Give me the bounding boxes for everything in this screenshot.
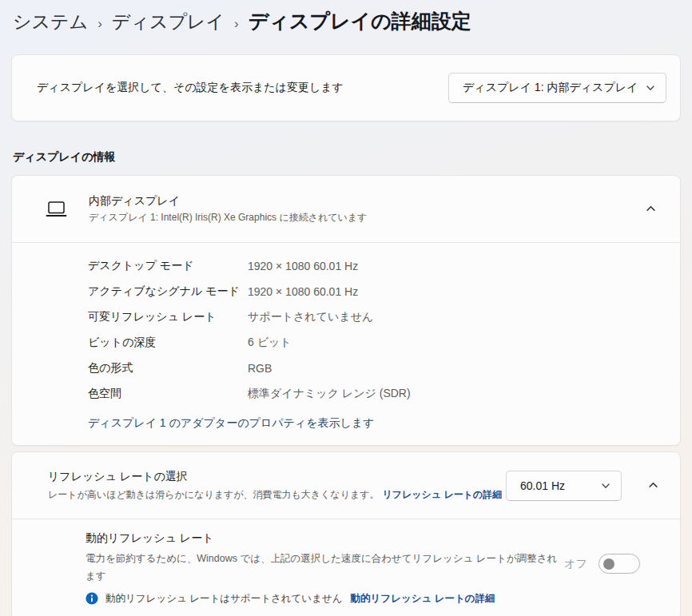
breadcrumb-separator-icon: › <box>97 16 102 32</box>
dynamic-refresh-texts: 動的リフレッシュ レート 電力を節約するために、Windows では、上記の選択… <box>86 531 564 606</box>
detail-label: ビットの深度 <box>88 336 248 350</box>
adapter-properties-link[interactable]: ディスプレイ 1 のアダプターのプロパティを表示します <box>88 416 374 431</box>
display-select-dropdown-value: ディスプレイ 1: 内部ディスプレイ <box>463 81 638 95</box>
chevron-up-icon <box>648 480 658 491</box>
refresh-rate-header: リフレッシュ レートの選択 レートが高いほど動きは滑らかになりますが、消費電力も… <box>12 452 680 519</box>
refresh-rate-controls: 60.01 Hz <box>506 471 666 501</box>
dynamic-refresh-row: 動的リフレッシュ レート 電力を節約するために、Windows では、上記の選択… <box>12 519 680 616</box>
table-row: ビットの深度 6 ビット <box>88 330 656 356</box>
detail-value: 6 ビット <box>248 336 292 350</box>
detail-label: 色空間 <box>88 387 248 401</box>
advanced-display-settings-page: システム › ディスプレイ › ディスプレイの詳細設定 ディスプレイを選択して、… <box>0 0 692 616</box>
detail-label: デスクトップ モード <box>88 259 248 273</box>
display-info-section-title: ディスプレイの情報 <box>13 150 681 165</box>
detail-label: 色の形式 <box>88 361 248 376</box>
breadcrumb: システム › ディスプレイ › ディスプレイの詳細設定 <box>11 8 681 34</box>
dynamic-refresh-toggle-group: オフ <box>564 554 640 574</box>
detail-value: 標準ダイナミック レンジ (SDR) <box>248 387 411 401</box>
dynamic-refresh-learn-more-link[interactable]: 動的リフレッシュ レートの詳細 <box>351 592 495 606</box>
table-row: 可変リフレッシュ レート サポートされていません <box>88 304 656 330</box>
refresh-rate-dropdown-value: 60.01 Hz <box>520 479 565 492</box>
chevron-up-icon <box>646 204 656 214</box>
toggle-state-label: オフ <box>564 557 587 571</box>
table-row: 色空間 標準ダイナミック レンジ (SDR) <box>88 381 656 407</box>
chevron-down-icon <box>646 83 655 93</box>
refresh-rate-dropdown[interactable]: 60.01 Hz <box>506 471 622 501</box>
chevron-down-icon <box>601 481 610 491</box>
dynamic-refresh-info-line: 動的リフレッシュ レートはサポートされていません 動的リフレッシュ レートの詳細 <box>86 592 564 606</box>
display-info-header-titles: 内部ディスプレイ ディスプレイ 1: Intel(R) Iris(R) Xe G… <box>89 194 637 225</box>
info-icon <box>86 592 98 605</box>
laptop-icon <box>46 201 67 218</box>
page-title: ディスプレイの詳細設定 <box>249 8 471 34</box>
dynamic-refresh-info-text: 動的リフレッシュ レートはサポートされていません <box>105 592 343 606</box>
table-row: デスクトップ モード 1920 × 1080 60.01 Hz <box>88 253 656 279</box>
refresh-rate-card: リフレッシュ レートの選択 レートが高いほど動きは滑らかになりますが、消費電力も… <box>11 451 681 616</box>
refresh-rate-description: レートが高いほど動きは滑らかになりますが、消費電力も大きくなります。リフレッシュ… <box>48 488 506 502</box>
table-row: アクティブなシグナル モード 1920 × 1080 60.01 Hz <box>88 279 656 304</box>
display-detail-rows: デスクトップ モード 1920 × 1080 60.01 Hz アクティブなシグ… <box>12 243 680 445</box>
display-select-label: ディスプレイを選択して、その設定を表示または変更します <box>37 81 344 95</box>
dynamic-refresh-title: 動的リフレッシュ レート <box>86 531 564 546</box>
dynamic-refresh-toggle[interactable] <box>599 554 640 574</box>
display-info-collapse-button[interactable] <box>637 196 664 223</box>
display-info-subtitle: ディスプレイ 1: Intel(R) Iris(R) Xe Graphics に… <box>89 211 637 225</box>
detail-label: 可変リフレッシュ レート <box>88 310 248 324</box>
dynamic-refresh-description: 電力を節約するために、Windows では、上記の選択した速度に合わせてリフレッ… <box>86 550 564 586</box>
refresh-rate-title: リフレッシュ レートの選択 <box>48 470 506 484</box>
display-info-title: 内部ディスプレイ <box>89 194 637 209</box>
detail-value: 1920 × 1080 60.01 Hz <box>248 285 358 298</box>
toggle-knob <box>603 558 614 570</box>
detail-value: サポートされていません <box>248 310 373 324</box>
breadcrumb-display[interactable]: ディスプレイ <box>112 10 225 34</box>
refresh-rate-collapse-button[interactable] <box>639 472 666 499</box>
breadcrumb-separator-icon: › <box>234 16 239 32</box>
detail-label: アクティブなシグナル モード <box>88 284 248 299</box>
refresh-rate-learn-more-link[interactable]: リフレッシュ レートの詳細 <box>382 489 502 500</box>
display-select-dropdown[interactable]: ディスプレイ 1: 内部ディスプレイ <box>448 73 666 103</box>
refresh-rate-description-text: レートが高いほど動きは滑らかになりますが、消費電力も大きくなります。 <box>48 489 379 500</box>
detail-value: RGB <box>248 362 272 375</box>
table-row: 色の形式 RGB <box>88 356 656 381</box>
breadcrumb-system[interactable]: システム <box>13 10 88 34</box>
detail-value: 1920 × 1080 60.01 Hz <box>248 260 358 272</box>
display-info-card: 内部ディスプレイ ディスプレイ 1: Intel(R) Iris(R) Xe G… <box>11 175 681 446</box>
display-info-expander-header[interactable]: 内部ディスプレイ ディスプレイ 1: Intel(R) Iris(R) Xe G… <box>12 176 680 242</box>
display-select-card: ディスプレイを選択して、その設定を表示または変更します ディスプレイ 1: 内部… <box>11 54 681 121</box>
refresh-rate-texts: リフレッシュ レートの選択 レートが高いほど動きは滑らかになりますが、消費電力も… <box>48 470 506 502</box>
